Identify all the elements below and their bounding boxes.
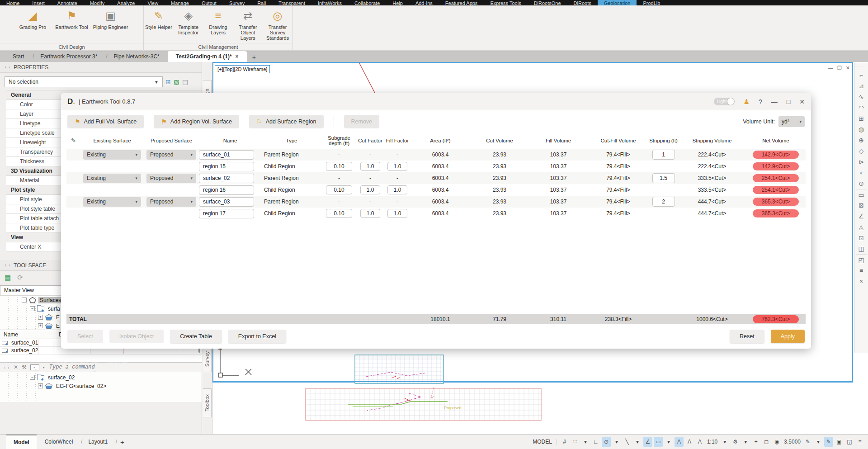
create-table-button[interactable]: Create Table	[170, 330, 222, 343]
status-bar-icon[interactable]: ∠	[643, 437, 652, 447]
menu-item[interactable]: Manage	[165, 0, 195, 5]
cad-tool-icon[interactable]: ◠	[856, 102, 867, 113]
cut-factor-input[interactable]	[360, 185, 380, 194]
new-tab-button[interactable]: +	[247, 51, 262, 62]
command-prompt-icon[interactable]: >_	[30, 364, 39, 370]
menu-item[interactable]: Featured Apps	[439, 0, 484, 5]
cut-factor-input[interactable]	[360, 209, 380, 218]
cad-tool-icon[interactable]: ≡	[856, 265, 867, 276]
table-column-header[interactable]: Cut Factor	[356, 138, 384, 143]
region-name-input[interactable]	[199, 185, 254, 195]
select-on-screen-icon[interactable]: ▧	[174, 78, 179, 85]
chevron-down-icon[interactable]: ▾	[43, 365, 45, 369]
export-to-excel-button[interactable]: Export to Excel	[228, 330, 286, 343]
region-name-input[interactable]	[199, 150, 254, 160]
menu-item[interactable]: Help	[386, 0, 409, 5]
status-bar-icon[interactable]: ◱	[845, 437, 854, 447]
help-icon[interactable]: ?	[759, 98, 762, 105]
quick-select-icon[interactable]: ⊞	[165, 78, 171, 85]
tree-expander-icon[interactable]	[30, 306, 35, 311]
status-bar-icon[interactable]: ◉	[772, 437, 781, 447]
cad-tool-icon[interactable]: ◫	[856, 243, 867, 254]
status-bar-icon[interactable]: ▾	[581, 437, 590, 447]
table-column-header[interactable]: Proposed Surface	[144, 138, 199, 143]
cad-tool-icon[interactable]: ∿	[856, 91, 867, 102]
close-icon[interactable]: ✕	[799, 98, 805, 105]
status-bar-icon[interactable]: ◻	[762, 437, 771, 447]
select-button[interactable]: Select	[67, 330, 103, 343]
layout-tab-layout1[interactable]: Layout1	[81, 435, 115, 449]
menu-item[interactable]: Express Tools	[484, 0, 527, 5]
tree-expander-icon[interactable]	[30, 375, 35, 380]
proposed-surface-dropdown[interactable]: Proposed▾	[146, 197, 196, 207]
status-bar-icon[interactable]: ⚙	[731, 437, 740, 447]
table-column-header[interactable]: Net Volume	[746, 138, 806, 143]
viewport-restore-icon[interactable]: ❐	[837, 65, 842, 71]
status-bar-icon[interactable]: ▣	[835, 437, 844, 447]
toggle-value-icon[interactable]: ▤	[182, 78, 188, 85]
status-bar-icon[interactable]: +	[751, 437, 760, 447]
subgrade-depth-input[interactable]	[326, 185, 352, 194]
table-column-header[interactable]: Existing Surface	[80, 138, 144, 143]
cad-tool-icon[interactable]: ⌖	[856, 167, 867, 178]
selection-dropdown[interactable]: No selection ▼	[5, 76, 163, 87]
table-column-header[interactable]: Fill Volume	[529, 138, 588, 143]
existing-surface-dropdown[interactable]: Existing▾	[83, 150, 141, 160]
status-bar-icon[interactable]: ▾	[633, 437, 642, 447]
status-bar-icon[interactable]: ▾	[741, 437, 750, 447]
status-bar-icon[interactable]: ⊙	[602, 437, 611, 447]
document-tab[interactable]: Pipe Networks-3C* ×	[105, 51, 167, 62]
viewport-controls-label[interactable]: [+][Top][2D Wireframe]	[215, 65, 270, 73]
ribbon-button[interactable]: ✎ Style Helper	[144, 8, 174, 31]
table-column-header[interactable]: Fill Factor	[384, 138, 410, 143]
tree-expander-icon[interactable]	[38, 315, 43, 320]
add-full-vol-surface-button[interactable]: ⚑ Add Full Vol. Surface	[67, 115, 144, 128]
side-tab-toolbox[interactable]: Toolbox	[203, 388, 212, 417]
cad-tool-icon[interactable]: ◍	[856, 124, 867, 135]
ribbon-button[interactable]: ⇄ Transfer Object Layers	[233, 8, 263, 42]
cad-tool-icon[interactable]: ⊿	[856, 80, 867, 91]
cad-tool-icon[interactable]: ⊳	[856, 156, 867, 167]
surfaces-list-column-header[interactable]: Name	[0, 330, 55, 339]
document-tab[interactable]: Start ×	[5, 51, 32, 62]
menu-item[interactable]: Survey	[223, 0, 251, 5]
minimize-icon[interactable]: —	[771, 98, 778, 105]
drag-handle-icon[interactable]: ⋮⋮	[4, 65, 11, 70]
status-bar-icon[interactable]: ▭	[654, 437, 663, 447]
table-column-header[interactable]: Area (ft²)	[410, 138, 470, 143]
table-row[interactable]: Existing▾ Proposed▾ Parent Region - - - …	[66, 196, 806, 208]
menu-item[interactable]: Modify	[84, 0, 111, 5]
status-bar-icon[interactable]: ✎	[824, 437, 833, 447]
cad-tool-icon[interactable]: ⌐	[856, 70, 867, 80]
new-layout-button[interactable]: +	[116, 438, 129, 446]
maximize-icon[interactable]: □	[787, 98, 790, 105]
menu-item[interactable]: DiRoots	[567, 0, 598, 5]
status-bar-icon[interactable]: A	[685, 437, 694, 447]
menu-item[interactable]: Annotate	[51, 0, 84, 5]
fill-factor-input[interactable]	[387, 209, 407, 218]
menu-item[interactable]: Output	[195, 0, 223, 5]
menu-item[interactable]: ProdLib	[637, 0, 666, 5]
region-name-input[interactable]	[199, 209, 254, 218]
tree-expander-icon[interactable]	[38, 323, 43, 328]
menu-item[interactable]: Collaborate	[348, 0, 386, 5]
document-tab[interactable]: Earthwork Processor 3* ×	[32, 51, 105, 62]
ribbon-button[interactable]: ◢ Grading Pro	[14, 8, 52, 31]
status-bar-icon[interactable]: ╲	[623, 437, 632, 447]
status-bar-icon[interactable]: ▾	[612, 437, 621, 447]
volume-unit-dropdown[interactable]: yd³ ▾	[778, 116, 805, 127]
status-bar-icon[interactable]: ▾	[720, 437, 729, 447]
table-column-header[interactable]: Cut Volume	[470, 138, 529, 143]
apply-button[interactable]: Apply	[771, 330, 805, 343]
model-space-label[interactable]: MODEL	[528, 439, 557, 445]
surface-name-cell[interactable]: surface_01	[0, 339, 55, 346]
cad-tool-icon[interactable]: ×	[856, 276, 867, 287]
drag-handle-icon[interactable]: ⋮⋮	[4, 263, 11, 268]
cad-tool-icon[interactable]: ◰	[856, 254, 867, 265]
table-row[interactable]: Existing▾ Proposed▾ Parent Region - - - …	[66, 172, 806, 184]
menu-item[interactable]: Insert	[26, 0, 51, 5]
status-bar-icon[interactable]: ▾	[664, 437, 673, 447]
table-column-header[interactable]: Stripping Volume	[678, 138, 746, 143]
user-account-icon[interactable]: ♟	[744, 98, 750, 106]
stripping-input[interactable]	[652, 150, 675, 160]
